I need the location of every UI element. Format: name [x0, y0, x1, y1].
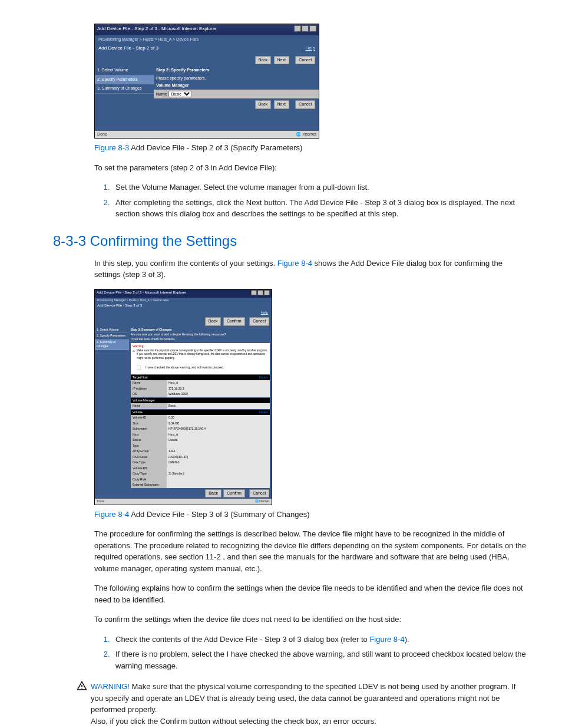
table-value	[167, 477, 270, 483]
statusbar: Done 🌐 Internet	[95, 131, 319, 139]
procedure-list-1: Set the Volume Manager. Select the volum…	[94, 182, 527, 220]
paragraph: The procedure for confirming the setting…	[94, 528, 527, 574]
table-value: Basic	[167, 403, 270, 409]
table-key: Name	[131, 380, 167, 386]
table-value: HP XP24000@172.16.140.4	[167, 426, 270, 432]
window-title: Add Device File - Step 2 of 3 - Microsof…	[97, 25, 217, 34]
figure-caption-2: Figure 8-4 Add Device File - Step 3 of 3…	[94, 509, 527, 521]
table-value: 2.34 GB	[167, 421, 270, 427]
button-row-bottom: Back Next Cancel	[95, 98, 319, 111]
details-link[interactable]: Details	[259, 410, 268, 415]
section-volume: Volume	[133, 410, 143, 415]
window-titlebar: Add Device File - Step 2 of 3 - Microsof…	[95, 24, 319, 35]
status-done: Done	[97, 131, 107, 138]
back-button[interactable]: Back	[205, 317, 222, 326]
table-key: OS	[131, 391, 167, 397]
warning-label: WARNING!	[91, 682, 130, 691]
table-key: Array Group	[131, 449, 167, 454]
name-label: Name	[156, 92, 167, 96]
back-button[interactable]: Back	[205, 489, 222, 498]
breadcrumb: Provisioning Manager > Hosts > Host_A > …	[95, 298, 272, 304]
confirm-button[interactable]: Confirm	[223, 489, 245, 498]
table-key: Name	[131, 403, 167, 409]
table-value: Host_A	[167, 380, 270, 386]
window-titlebar: Add Device File - Step 3 of 3 - Microsof…	[95, 289, 272, 298]
table-value: Host_A	[167, 432, 270, 438]
wizard-steps: 1. Select Volume 2. Specify Parameters 3…	[95, 327, 129, 499]
wizard-step-3: 3. Summary of Changes	[95, 340, 129, 350]
wizard-step-1: 1. Select Volume	[95, 327, 129, 334]
figure-link[interactable]: Figure 8-4	[369, 635, 404, 644]
cancel-button[interactable]: Cancel	[249, 489, 269, 498]
list-item: If there is no problem, select the I hav…	[112, 648, 527, 671]
vm-select[interactable]: Basic	[168, 91, 192, 97]
paragraph: To set the parameters (step 2 of 3 in Ad…	[94, 162, 527, 174]
help-link[interactable]: Help	[261, 311, 268, 314]
statusbar: Done 🌐 Internet	[95, 499, 272, 505]
window-title: Add Device File - Step 3 of 3 - Microsof…	[97, 290, 186, 297]
figure-caption-1: Figure 8-3 Add Device File - Step 2 of 3…	[94, 142, 527, 154]
details-link[interactable]: Details	[259, 375, 268, 380]
table-value: OPEN-3	[167, 460, 270, 466]
table-key: Status	[131, 437, 167, 443]
table-value: SI.Standard	[167, 471, 270, 477]
table-value	[167, 482, 270, 488]
dialog-subtitle: Add Device File - Step 2 of 3	[98, 45, 158, 52]
table-value	[167, 443, 270, 449]
help-link[interactable]: Help	[306, 45, 315, 52]
window-buttons	[293, 25, 316, 34]
table-key: Subsystem	[131, 426, 167, 432]
wizard-step-2: 2. Specify Parameters	[95, 75, 154, 85]
table-value: Usable	[167, 437, 270, 443]
warning-box: Warning ⚠ Make sure that the physical vo…	[131, 343, 270, 374]
table-value: RAID5(3D+1P)	[167, 454, 270, 460]
figure-8-3: Add Device File - Step 2 of 3 - Microsof…	[94, 24, 527, 139]
section-target-host: Target Host	[133, 375, 148, 380]
wizard-steps: 1. Select Volume 2. Specify Parameters 3…	[95, 66, 154, 98]
figure-number: Figure 8-4	[94, 510, 129, 519]
warning-icon	[77, 681, 91, 727]
table-key: Host	[131, 432, 167, 438]
next-button[interactable]: Next	[274, 100, 289, 109]
cancel-button[interactable]: Cancel	[249, 317, 269, 326]
procedure-list-2: Check the contents of the Add Device Fil…	[94, 634, 527, 672]
table-key: IP Address	[131, 386, 167, 392]
confirm-checkbox[interactable]	[137, 365, 141, 370]
table-key: Copy Role	[131, 477, 167, 483]
wizard-step-2: 2. Specify Parameters	[95, 333, 129, 340]
table-key: Copy Type	[131, 471, 167, 477]
table-key: RAID Level	[131, 454, 167, 460]
paragraph: The following explains how to confirm th…	[94, 582, 527, 605]
table-key: External Subsystem	[131, 482, 167, 488]
warning-icon: ⚠	[133, 349, 135, 361]
section-heading: 8-3-3 Confirming the Settings	[53, 230, 527, 252]
table-value: 172.16.20.3	[167, 386, 270, 392]
table-value: Windows 2000	[167, 391, 270, 397]
confirm-button[interactable]: Confirm	[223, 317, 245, 326]
next-button[interactable]: Next	[274, 56, 289, 65]
wizard-step-1: 1. Select Volume	[95, 66, 154, 75]
table-key: Volume PB	[131, 466, 167, 472]
list-item: Set the Volume Manager. Select the volum…	[112, 182, 527, 193]
table-value: 1-9-1	[167, 449, 270, 454]
list-item: Check the contents of the Add Device Fil…	[112, 634, 527, 645]
confirm-question: Are you sure you want to add a device fi…	[129, 332, 272, 337]
cancel-button[interactable]: Cancel	[295, 100, 315, 109]
status-net: 🌐 Internet	[296, 131, 316, 138]
table-key: Size	[131, 421, 167, 427]
paragraph: To confirm the settings when the device …	[94, 614, 527, 625]
wizard-step-3: 3. Summary of Changes	[95, 84, 154, 94]
table-key: Type	[131, 443, 167, 449]
dialog-subtitle: Add Device File - Step 3 of 3	[97, 303, 142, 308]
svg-point-1	[81, 688, 82, 689]
table-key: Volume ID	[131, 415, 167, 421]
back-button[interactable]: Back	[255, 100, 272, 109]
step-heading: Step 3: Summary of Changes	[129, 327, 272, 333]
cancel-button[interactable]: Cancel	[295, 56, 315, 65]
step-heading: Step 2: Specify Parameters	[154, 66, 319, 75]
figure-8-4: Add Device File - Step 3 of 3 - Microsof…	[94, 289, 527, 505]
section-volume-manager: Volume Manager	[133, 398, 155, 403]
back-button[interactable]: Back	[255, 56, 272, 65]
table-value: 0:30	[167, 415, 270, 421]
figure-link[interactable]: Figure 8-4	[277, 259, 312, 268]
